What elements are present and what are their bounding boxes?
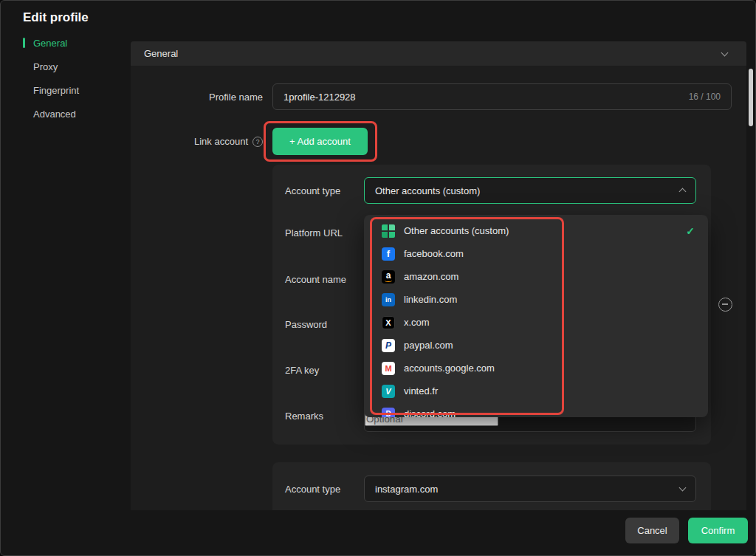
dropdown-item-label: facebook.com <box>404 248 464 259</box>
profile-name-input[interactable] <box>273 84 689 109</box>
account-type-value: Other accounts (custom) <box>375 185 480 196</box>
chevron-up-icon <box>679 188 687 196</box>
general-panel: General Profile name 16 / 100 Link accou… <box>131 41 746 510</box>
linked-account-card-2: Account type instagram.com <box>272 462 711 510</box>
sidebar-item-label: General <box>33 38 67 49</box>
chevron-down-icon <box>679 484 687 492</box>
sidebar-item-advanced[interactable]: Advanced <box>23 106 76 121</box>
dropdown-item-linkedin[interactable]: linkedin.com <box>364 288 708 311</box>
dropdown-item-discord[interactable]: discord.com <box>364 402 708 417</box>
page-title: Edit profile <box>23 10 89 25</box>
edit-profile-dialog: Edit profile General Proxy Fingerprint A… <box>0 0 756 556</box>
dropdown-item-label: x.com <box>404 317 430 328</box>
apps-icon <box>382 224 395 238</box>
dropdown-item-label: discord.com <box>404 408 456 417</box>
sidebar-item-fingerprint[interactable]: Fingerprint <box>23 83 79 97</box>
confirm-button[interactable]: Confirm <box>688 518 748 543</box>
facebook-icon <box>382 247 395 261</box>
dropdown-item-label: amazon.com <box>404 271 458 282</box>
sidebar-item-label: Fingerprint <box>33 85 79 96</box>
sidebar-item-label: Proxy <box>33 61 58 72</box>
active-indicator <box>23 38 25 48</box>
account-type-label: Account type <box>285 476 340 502</box>
dropdown-item-vinted[interactable]: vinted.fr <box>364 380 708 402</box>
remarks-label: Remarks <box>285 402 323 429</box>
sidebar-item-label: Advanced <box>33 109 76 120</box>
twofa-key-label: 2FA key <box>285 357 319 383</box>
dropdown-item-paypal[interactable]: paypal.com <box>364 334 708 357</box>
vinted-icon <box>382 385 395 398</box>
inactive-indicator <box>23 85 25 95</box>
char-counter: 16 / 100 <box>689 92 731 102</box>
dropdown-item-other-accounts[interactable]: Other accounts (custom) <box>364 219 708 242</box>
account-type-select-2[interactable]: instagram.com <box>364 476 696 502</box>
help-icon[interactable] <box>252 137 263 147</box>
link-account-label: Link account <box>131 128 263 155</box>
inactive-indicator <box>23 109 25 119</box>
profile-name-label: Profile name <box>131 83 263 110</box>
section-header-title: General <box>144 48 178 59</box>
remove-account-button[interactable] <box>718 298 732 312</box>
account-type-label: Account type <box>285 177 340 204</box>
dropdown-item-label: Other accounts (custom) <box>404 225 509 236</box>
password-label: Password <box>285 311 327 337</box>
sidebar-item-general[interactable]: General <box>23 35 67 50</box>
linkedin-icon <box>382 293 395 306</box>
gmail-icon <box>382 362 395 375</box>
paypal-icon <box>382 339 395 352</box>
check-icon <box>686 225 695 237</box>
account-type-select[interactable]: Other accounts (custom) <box>364 177 696 204</box>
account-type-dropdown: Other accounts (custom) facebook.com ama… <box>364 215 708 417</box>
add-account-button[interactable]: + Add account <box>272 128 368 155</box>
dropdown-item-label: accounts.google.com <box>404 363 495 374</box>
amazon-icon <box>382 270 395 284</box>
cancel-button[interactable]: Cancel <box>625 518 679 543</box>
account-name-label: Account name <box>285 266 346 292</box>
dropdown-item-label: vinted.fr <box>404 385 438 397</box>
x-icon <box>382 316 395 329</box>
scrollbar-thumb[interactable] <box>749 69 753 126</box>
dropdown-item-label: paypal.com <box>404 340 453 351</box>
dropdown-item-label: linkedin.com <box>404 294 457 305</box>
dropdown-item-x[interactable]: x.com <box>364 311 708 334</box>
discord-icon <box>382 408 395 418</box>
dropdown-item-amazon[interactable]: amazon.com <box>364 265 708 288</box>
profile-name-field: 16 / 100 <box>272 83 732 110</box>
dropdown-item-google[interactable]: accounts.google.com <box>364 357 708 380</box>
account-type-value: instagram.com <box>375 484 438 495</box>
section-header-general[interactable]: General <box>131 41 746 66</box>
platform-url-label: Platform URL <box>285 219 343 246</box>
chevron-down-icon <box>721 49 729 56</box>
inactive-indicator <box>23 61 25 72</box>
dropdown-item-facebook[interactable]: facebook.com <box>364 242 708 265</box>
sidebar-item-proxy[interactable]: Proxy <box>23 59 58 74</box>
